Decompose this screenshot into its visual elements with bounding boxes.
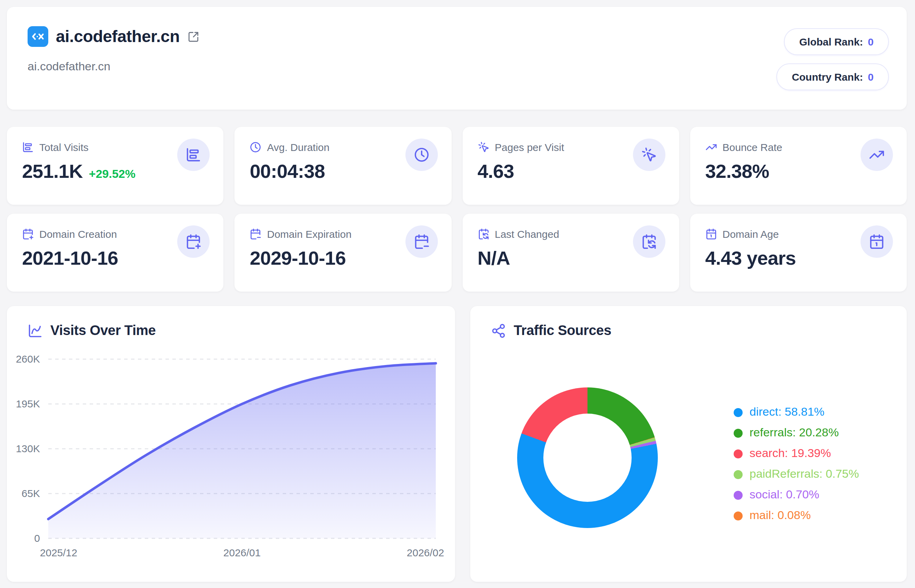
rank-value: 0	[868, 71, 874, 83]
stat-icon-badge	[178, 225, 210, 258]
share-icon	[491, 323, 506, 338]
stats-grid: Total Visits251.1K+29.52%Avg. Duration00…	[7, 127, 907, 292]
stat-icon-badge	[405, 225, 438, 258]
stat-label: Last Changed	[495, 228, 559, 240]
stat-label: Pages per Visit	[495, 141, 564, 153]
calendar-minus-icon	[250, 228, 262, 240]
calendar-minus-icon	[413, 234, 429, 250]
stat-value: 2021-10-16	[22, 247, 118, 270]
stat-value: 4.43 years	[705, 247, 796, 270]
trending-up-icon	[705, 141, 717, 153]
legend-item-referrals[interactable]: referrals: 20.28%	[734, 425, 859, 441]
legend-text: paidReferrals: 0.75%	[750, 467, 859, 481]
line-chart-icon-slot	[27, 323, 43, 338]
domain-title-row: ai.codefather.cn	[27, 26, 886, 47]
legend-color-dot	[734, 491, 743, 499]
calendar-plus-icon	[186, 234, 202, 250]
legend-text: mail: 0.08%	[750, 509, 811, 522]
x-tick-label: 2026/01	[223, 547, 261, 558]
external-link-icon	[187, 31, 199, 42]
stat-value: 251.1K	[22, 161, 83, 183]
legend-color-dot	[734, 408, 743, 417]
stat-icon-badge	[633, 139, 665, 171]
calendar-plus-icon	[22, 228, 34, 240]
visits-over-time-card: 065K130K195K260K2025/122026/012026/02 Vi…	[7, 306, 455, 582]
bar-chart-icon	[22, 141, 34, 153]
legend-item-social[interactable]: social: 0.70%	[734, 487, 859, 502]
legend-item-mail[interactable]: mail: 0.08%	[734, 508, 859, 523]
rank-label: Global Rank:	[799, 36, 863, 48]
stat-label: Avg. Duration	[267, 141, 330, 153]
domain-analytics-dashboard: ai.codefather.cn ai.codefather.cn Global…	[0, 0, 915, 588]
y-tick-label: 0	[34, 533, 40, 544]
open-domain-external-button[interactable]	[187, 31, 199, 42]
stat-card-domain-creation: Domain Creation2021-10-16	[7, 214, 224, 292]
y-tick-label: 130K	[16, 443, 40, 454]
pointer-click-icon	[477, 141, 489, 153]
y-tick-label: 260K	[16, 353, 40, 365]
stat-label: Domain Creation	[39, 228, 117, 240]
stat-card-bounce-rate: Bounce Rate32.38%	[690, 127, 907, 205]
rank-badges: Global Rank:0Country Rank:0	[777, 28, 889, 90]
stat-icon-badge	[860, 225, 893, 258]
legend-color-dot	[734, 428, 743, 438]
visits-chart-title: Visits Over Time	[50, 323, 156, 338]
visits-chart-title-row: Visits Over Time	[27, 323, 156, 338]
calendar-sync-icon	[641, 234, 657, 250]
pointer-click-icon	[641, 147, 657, 163]
y-tick-label: 195K	[16, 398, 40, 409]
stat-icon-badge	[405, 139, 438, 171]
stat-delta: +29.52%	[89, 168, 136, 181]
stat-icon-badge	[178, 139, 210, 171]
code-icon	[30, 29, 45, 44]
rank-badge-global-rank: Global Rank:0	[784, 28, 889, 55]
legend-text: referrals: 20.28%	[750, 426, 839, 440]
legend-text: social: 0.70%	[750, 488, 819, 502]
legend-item-search[interactable]: search: 19.39%	[734, 446, 859, 461]
legend-color-dot	[734, 449, 743, 458]
stat-value: 2029-10-16	[250, 247, 346, 270]
stat-card-avg-duration: Avg. Duration00:04:38	[235, 127, 452, 205]
rank-badge-country-rank: Country Rank:0	[777, 63, 889, 90]
visits-area-fill	[48, 363, 436, 538]
x-tick-label: 2026/02	[407, 547, 444, 558]
share-icon-slot	[491, 323, 506, 338]
domain-title: ai.codefather.cn	[56, 27, 179, 46]
stat-label: Bounce Rate	[723, 141, 782, 153]
calendar-1-icon	[705, 228, 717, 240]
calendar-1-icon	[869, 234, 885, 250]
legend-text: direct: 58.81%	[750, 405, 824, 419]
line-chart-icon	[27, 323, 43, 338]
domain-logo	[27, 26, 48, 47]
legend-item-direct[interactable]: direct: 58.81%	[734, 405, 859, 420]
traffic-sources-card: Traffic Sources direct: 58.81%referrals:…	[470, 306, 907, 582]
legend-item-paidreferrals[interactable]: paidReferrals: 0.75%	[734, 467, 859, 482]
stat-icon-badge	[633, 225, 665, 258]
domain-header-card: ai.codefather.cn ai.codefather.cn Global…	[7, 7, 907, 110]
bar-chart-icon	[186, 147, 202, 163]
stat-value: 32.38%	[705, 161, 769, 183]
x-tick-label: 2025/12	[40, 547, 77, 558]
legend-text: search: 19.39%	[750, 447, 831, 460]
screenshot-root: ai.codefather.cn ai.codefather.cn Global…	[0, 0, 915, 588]
trending-up-icon	[869, 147, 885, 163]
stat-value: 00:04:38	[250, 161, 325, 183]
rank-label: Country Rank:	[792, 71, 863, 83]
stat-icon-badge	[860, 139, 893, 171]
stat-label: Total Visits	[39, 141, 89, 153]
stat-value: N/A	[477, 247, 510, 270]
stat-label: Domain Age	[723, 228, 779, 240]
domain-subtitle: ai.codefather.cn	[27, 60, 886, 74]
stat-card-last-changed: Last ChangedN/A	[462, 214, 679, 292]
traffic-chart-title: Traffic Sources	[514, 323, 611, 338]
traffic-legend: direct: 58.81%referrals: 20.28%search: 1…	[734, 405, 859, 529]
traffic-chart-title-row: Traffic Sources	[491, 323, 611, 338]
stat-card-domain-age: Domain Age4.43 years	[690, 214, 907, 292]
stat-label: Domain Expiration	[267, 228, 352, 240]
y-tick-label: 65K	[22, 488, 40, 499]
stat-card-pages-per-visit: Pages per Visit4.63	[462, 127, 679, 205]
calendar-sync-icon	[477, 228, 489, 240]
traffic-donut-chart	[517, 388, 658, 528]
visits-line-chart: 065K130K195K260K2025/122026/012026/02	[7, 306, 455, 582]
clock-icon	[250, 141, 262, 153]
